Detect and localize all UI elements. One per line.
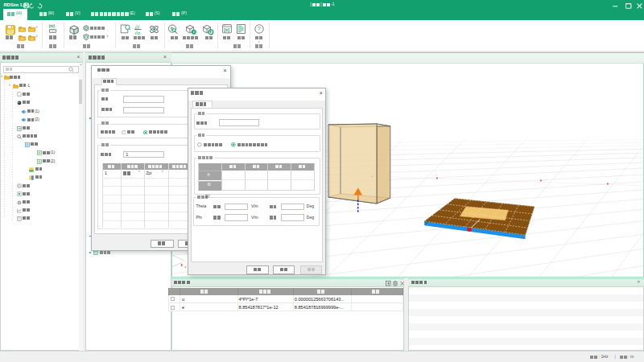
- svg-text:?: ?: [258, 26, 261, 31]
- svg-text:[x]: [x]: [224, 28, 229, 33]
- svg-text:∂p: ∂p: [134, 29, 139, 34]
- svg-text:x: x: [181, 263, 184, 267]
- svg-text:z: z: [185, 265, 187, 269]
